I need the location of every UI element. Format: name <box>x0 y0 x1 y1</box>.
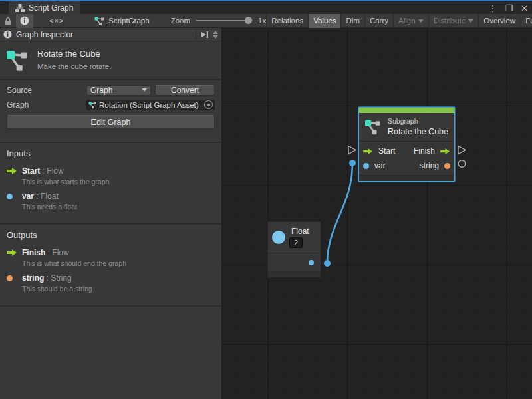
scrub-up-icon[interactable] <box>213 31 218 34</box>
graph-title-block: Rotate the Cube Make the cube rotate. <box>0 41 221 79</box>
values-button[interactable]: Values <box>308 14 340 28</box>
maximize-icon[interactable]: ❐ <box>505 4 513 13</box>
node-title: Float <box>289 227 309 236</box>
script-graph-icon <box>365 118 382 135</box>
toolbar-buttons: Relations Values Dim Carry Align Distrib… <box>266 14 532 28</box>
float-value-field[interactable]: 2 <box>289 237 303 248</box>
graph-window-icon <box>15 4 25 12</box>
graph-object-field[interactable]: Rotation (Script Graph Asset) <box>86 100 215 110</box>
edit-graph-button[interactable]: Edit Graph <box>7 115 215 129</box>
graph-summary: Make the cube rotate. <box>37 63 111 70</box>
subgraph-ports: Start Finish var <box>359 141 454 175</box>
section-divider <box>0 305 221 307</box>
chevron-down-icon <box>142 88 147 92</box>
inspector-title: Graph Inspector <box>16 30 192 39</box>
graph-settings: Source Graph Convert Graph <box>0 80 221 142</box>
lock-icon <box>4 17 12 25</box>
inspector-toggle-button[interactable] <box>16 14 33 28</box>
float-port-icon <box>7 192 22 211</box>
edge-source-dot[interactable] <box>324 260 331 267</box>
distribute-dropdown[interactable]: Distribute <box>428 14 479 28</box>
convert-button[interactable]: Convert <box>155 85 215 96</box>
inspector-header: Graph Inspector <box>0 28 221 41</box>
tab-script-graph[interactable]: Script Graph <box>9 1 80 14</box>
source-dropdown[interactable]: Graph <box>86 85 151 96</box>
dim-button[interactable]: Dim <box>340 14 364 28</box>
lock-button[interactable] <box>0 14 16 28</box>
menu-icon[interactable]: ⋮ <box>488 4 497 13</box>
float-node[interactable]: Float 2 <box>267 221 321 278</box>
node-accent-bar <box>359 108 454 113</box>
node-kind-label: Subgraph <box>388 117 448 125</box>
script-graph-icon <box>94 16 105 26</box>
source-label: Source <box>7 86 86 95</box>
node-footer <box>359 175 454 181</box>
float-node-header[interactable]: Float 2 <box>268 222 321 253</box>
outputs-title: Outputs <box>7 230 215 240</box>
subgraph-node[interactable]: Subgraph Rotate the Cube Start Finish <box>358 107 455 182</box>
flow-input-connector-icon[interactable] <box>348 146 356 154</box>
float-node-ports <box>268 253 321 271</box>
node-footer <box>268 271 321 277</box>
current-graph-label: ScriptGraph <box>108 17 149 25</box>
edge-target-dot[interactable] <box>349 160 356 166</box>
graph-title: Rotate the Cube <box>37 49 111 59</box>
window-controls: ⋮ ❐ ✕ <box>488 2 528 14</box>
close-icon[interactable]: ✕ <box>521 4 528 13</box>
script-graph-icon <box>88 101 97 109</box>
port-var[interactable]: var <box>363 161 386 170</box>
align-dropdown[interactable]: Align <box>393 14 428 28</box>
info-icon <box>3 30 12 39</box>
zoom-slider[interactable] <box>196 20 253 21</box>
port-finish[interactable]: Finish <box>414 146 450 156</box>
list-item: Finish : Flow This is what should end th… <box>7 248 215 267</box>
dock-right-icon[interactable] <box>201 31 209 39</box>
list-item: var : Float This needs a float <box>7 192 215 211</box>
overview-button[interactable]: Overview <box>478 14 520 28</box>
relations-button[interactable]: Relations <box>266 14 308 28</box>
subgraph-node-header[interactable]: Subgraph Rotate the Cube <box>359 113 454 141</box>
zoom-label: Zoom <box>171 17 190 25</box>
flow-arrow-icon <box>363 148 373 155</box>
graph-object-value: Rotation (Script Graph Asset) <box>99 101 202 109</box>
chevron-down-icon <box>468 19 473 23</box>
outputs-section: Outputs Finish : Flow This is what shoul… <box>0 225 221 305</box>
inputs-section: Inputs Start : Flow This is what starts … <box>0 143 221 223</box>
script-graph-asset-icon <box>7 49 29 72</box>
script-graph-window: Script Graph ⋮ ❐ ✕ <×> <box>0 0 532 399</box>
angle-x-icon: <×> <box>49 17 64 25</box>
inputs-title: Inputs <box>7 148 215 158</box>
float-output-port[interactable] <box>309 260 314 265</box>
object-picker-icon[interactable] <box>204 100 213 109</box>
float-port-icon <box>363 163 369 169</box>
tab-bar: Script Graph ⋮ ❐ ✕ <box>0 0 532 14</box>
port-string[interactable]: string <box>420 161 450 170</box>
carry-button[interactable]: Carry <box>364 14 393 28</box>
string-port-icon <box>444 163 450 169</box>
graph-canvas[interactable]: Subgraph Rotate the Cube Start Finish <box>222 28 532 399</box>
string-port-icon <box>7 273 22 293</box>
flow-arrow-icon <box>7 248 22 267</box>
zoom-value: 1x <box>258 17 266 25</box>
current-graph: ScriptGraph <box>94 16 149 26</box>
flow-output-connector-icon[interactable] <box>458 146 466 154</box>
value-output-connector-icon[interactable] <box>458 160 466 168</box>
chevron-down-icon <box>418 19 424 23</box>
value-inspect-button[interactable]: <×> <box>45 14 68 28</box>
tab-label: Script Graph <box>29 3 73 13</box>
graph-toolbar: <×> ScriptGraph Zoom 1x Relations Values… <box>0 14 532 28</box>
list-item: string : String This should be a string <box>7 273 215 293</box>
graph-inspector-panel: Graph Inspector <box>0 28 222 399</box>
full-screen-button[interactable]: Full Screen <box>520 14 532 28</box>
list-item: Start : Flow This is what starts the gra… <box>7 166 215 186</box>
scrub-down-icon[interactable] <box>213 35 218 39</box>
port-start[interactable]: Start <box>363 146 395 156</box>
flow-arrow-icon <box>440 148 450 155</box>
info-icon <box>20 16 29 25</box>
scrubber-icon[interactable] <box>213 31 218 39</box>
zoom-control: Zoom 1x <box>171 17 267 25</box>
graph-field-label: Graph <box>7 100 86 110</box>
inspector-header-controls <box>196 29 218 40</box>
connection-edge[interactable] <box>327 163 352 263</box>
zoom-slider-handle[interactable] <box>245 17 252 24</box>
